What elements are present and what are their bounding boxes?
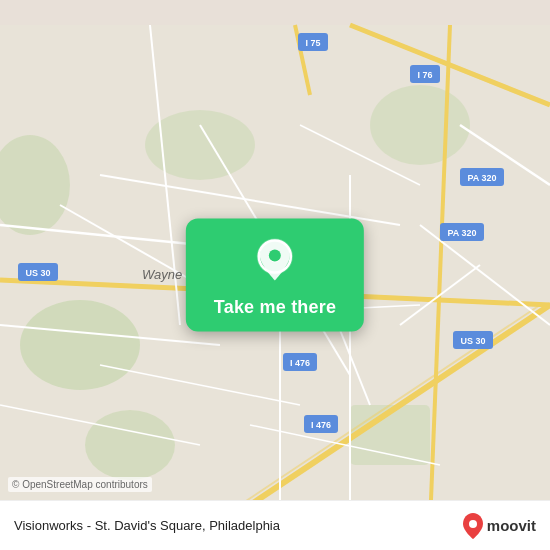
svg-point-1 (20, 300, 140, 390)
svg-text:PA 320: PA 320 (447, 228, 476, 238)
moovit-logo: moovit (462, 513, 536, 539)
moovit-brand-text: moovit (487, 517, 536, 534)
svg-text:I 76: I 76 (417, 70, 432, 80)
take-me-there-button[interactable]: Take me there (186, 219, 364, 332)
svg-text:PA 320: PA 320 (467, 173, 496, 183)
svg-text:I 75: I 75 (305, 38, 320, 48)
take-me-there-label: Take me there (214, 297, 336, 318)
svg-text:I 476: I 476 (290, 358, 310, 368)
moovit-pin-icon (462, 513, 484, 539)
action-card[interactable]: Take me there (186, 219, 364, 332)
location-name: Visionworks - St. David's Square, Philad… (14, 518, 280, 533)
bottom-bar: Visionworks - St. David's Square, Philad… (0, 500, 550, 550)
svg-text:Wayne: Wayne (142, 267, 182, 282)
location-pin-icon (253, 237, 297, 287)
svg-text:I 476: I 476 (311, 420, 331, 430)
svg-text:US 30: US 30 (460, 336, 485, 346)
svg-point-51 (469, 520, 477, 528)
svg-point-4 (370, 85, 470, 165)
copyright-text: © OpenStreetMap contributors (8, 477, 152, 492)
svg-text:US 30: US 30 (25, 268, 50, 278)
map-container: I 75 I 76 PA 320 PA 320 US 30 I 476 I 47… (0, 0, 550, 550)
svg-point-50 (269, 250, 281, 262)
svg-point-5 (85, 410, 175, 480)
